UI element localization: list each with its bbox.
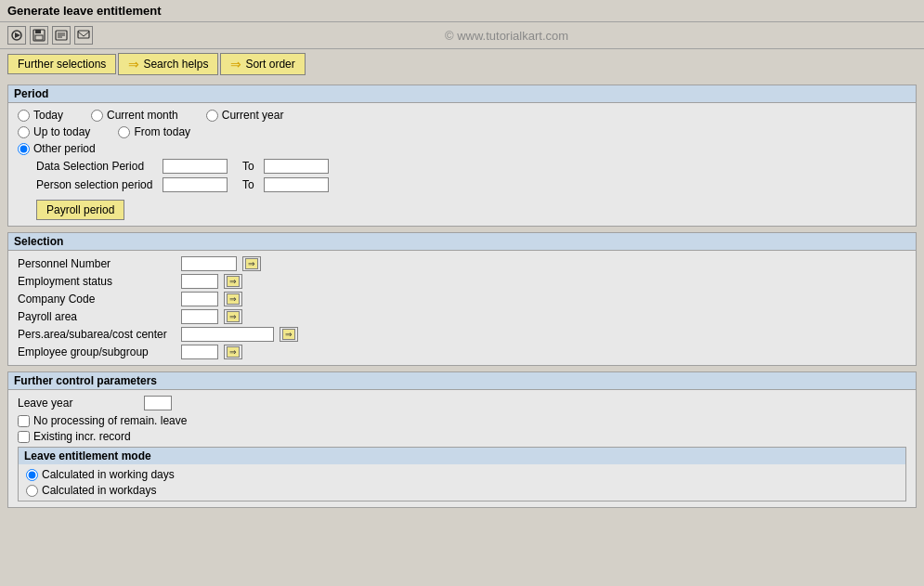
payroll-area-row: Payroll area ⇒ [18,309,906,324]
person-selection-from-input[interactable] [163,177,228,192]
sort-order-arrow-icon: ⇒ [230,57,241,72]
employee-group-arrow-button[interactable]: ⇒ [224,345,242,359]
leave-mode-body: Calculated in working days Calculated in… [19,464,905,501]
personnel-number-row: Personnel Number ⇒ [18,256,906,271]
company-code-arrow-button[interactable]: ⇒ [224,292,242,306]
further-control-header: Further control parameters [8,372,916,390]
radio-today[interactable]: Today [18,109,63,122]
leave-year-label: Leave year [18,397,138,410]
company-code-input[interactable] [181,292,218,306]
page-title: Generate leave entitlement [7,4,161,18]
period-header: Period [8,85,916,103]
display-log-icon[interactable] [52,26,71,45]
radio-other-period-label: Other period [33,142,96,155]
data-selection-label: Data Selection Period [36,160,157,173]
company-code-row: Company Code ⇒ [18,292,906,306]
svg-rect-4 [35,35,43,40]
pers-area-arrow-button[interactable]: ⇒ [280,327,298,342]
pers-area-input[interactable] [181,327,274,342]
further-control-section: Further control parameters Leave year No… [7,371,917,508]
pers-area-label: Pers.area/subarea/cost center [18,328,176,341]
selection-section: Selection Personnel Number ⇒ Employment … [7,232,917,366]
employment-status-arrow-icon: ⇒ [227,276,240,287]
tab-sort-order[interactable]: ⇒ Sort order [220,53,305,75]
radio-other-period[interactable]: Other period [18,142,96,155]
title-bar: Generate leave entitlement [0,0,924,22]
radio-up-to-today-label: Up to today [33,125,90,138]
personnel-number-arrow-icon: ⇒ [245,258,258,269]
radio-current-month-label: Current month [107,109,178,122]
employment-status-label: Employment status [18,275,176,288]
payroll-period-button[interactable]: Payroll period [36,200,124,220]
existing-incr-checkbox[interactable] [18,431,30,443]
existing-incr-row: Existing incr. record [18,430,906,443]
data-selection-row: Data Selection Period To [18,159,906,174]
person-selection-to-input[interactable] [264,177,329,192]
existing-incr-label: Existing incr. record [33,430,131,443]
leave-year-row: Leave year [18,396,906,410]
radio-current-month-input[interactable] [91,110,103,122]
company-code-label: Company Code [18,293,176,306]
payroll-area-arrow-button[interactable]: ⇒ [224,309,242,324]
company-code-arrow-icon: ⇒ [227,293,240,305]
leave-mode-header: Leave entitlement mode [19,448,905,464]
personnel-number-arrow-button[interactable]: ⇒ [242,256,261,271]
period-section: Period Today Current month Current year [7,85,917,227]
radio-working-days-input[interactable] [26,469,38,481]
employment-status-arrow-button[interactable]: ⇒ [224,274,242,289]
employee-group-input[interactable] [181,345,218,359]
watermark: © www.tutorialkart.com [97,29,917,43]
period-body: Today Current month Current year Up to t… [8,103,916,226]
radio-from-today-input[interactable] [118,126,130,138]
radio-other-period-input[interactable] [18,143,30,155]
radio-workdays-label: Calculated in workdays [42,484,156,497]
radio-up-to-today-input[interactable] [18,126,30,138]
data-selection-to-input[interactable] [264,159,329,174]
period-row-1: Today Current month Current year [18,109,906,122]
search-helps-arrow-icon: ⇒ [128,57,139,72]
radio-current-month[interactable]: Current month [91,109,178,122]
radio-current-year[interactable]: Current year [206,109,284,122]
period-row-2: Up to today From today [18,125,906,138]
payroll-area-label: Payroll area [18,310,176,323]
radio-workdays-input[interactable] [26,485,38,497]
radio-from-today[interactable]: From today [118,125,190,138]
svg-marker-1 [15,33,20,38]
radio-up-to-today[interactable]: Up to today [18,125,90,138]
display-messages-icon[interactable] [74,26,93,45]
toolbar: © www.tutorialkart.com [0,22,924,49]
employee-group-arrow-icon: ⇒ [227,346,240,358]
person-selection-to-label: To [242,178,254,191]
payroll-area-arrow-icon: ⇒ [227,311,240,322]
data-selection-from-input[interactable] [163,159,228,174]
personnel-number-label: Personnel Number [18,257,176,270]
selection-grid: Personnel Number ⇒ Employment status ⇒ [18,256,906,359]
radio-today-input[interactable] [18,110,30,122]
svg-rect-3 [35,30,41,33]
payroll-area-input[interactable] [181,309,218,324]
employment-status-row: Employment status ⇒ [18,274,906,289]
radio-current-year-label: Current year [222,109,284,122]
person-selection-row: Person selection period To [18,177,906,192]
no-processing-label: No processing of remain. leave [33,414,187,427]
tab-further-selections[interactable]: Further selections [7,54,116,74]
leave-year-input[interactable] [144,396,172,410]
sort-order-label: Sort order [245,58,294,71]
pers-area-arrow-icon: ⇒ [282,329,295,340]
save-icon[interactable] [30,26,48,45]
radio-workdays[interactable]: Calculated in workdays [26,484,898,497]
data-selection-to-label: To [242,160,254,173]
main-content: Period Today Current month Current year [0,79,924,519]
radio-current-year-input[interactable] [206,110,218,122]
period-row-3: Other period [18,142,906,155]
person-selection-label: Person selection period [36,178,157,191]
leave-mode-section: Leave entitlement mode Calculated in wor… [18,447,906,501]
employment-status-input[interactable] [181,274,218,289]
execute-icon[interactable] [7,26,26,45]
radio-working-days-label: Calculated in working days [42,468,175,481]
no-processing-checkbox[interactable] [18,415,30,427]
personnel-number-input[interactable] [181,256,237,271]
tab-search-helps[interactable]: ⇒ Search helps [118,53,218,75]
radio-working-days[interactable]: Calculated in working days [26,468,898,481]
svg-rect-9 [78,31,89,38]
